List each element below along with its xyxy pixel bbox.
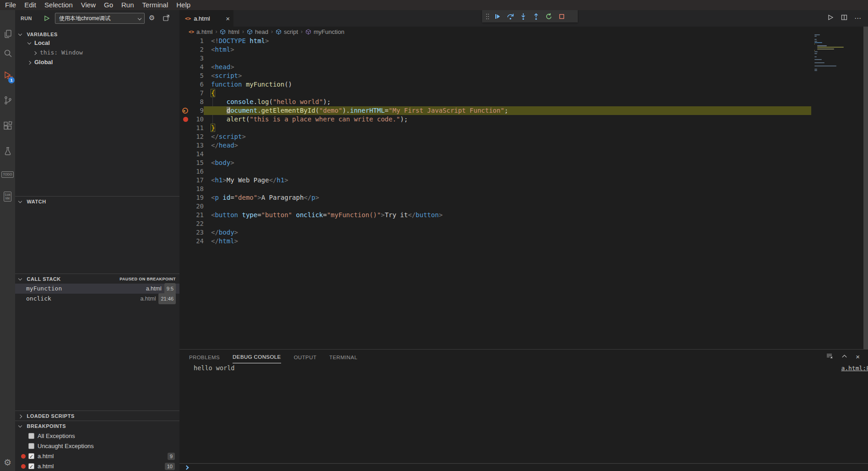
code-line-18[interactable]: 18 <box>179 185 868 193</box>
breadcrumb-item-a-html[interactable]: <>a.html <box>189 28 212 35</box>
line-number[interactable]: 16 <box>179 167 204 176</box>
line-number[interactable]: 14 <box>179 150 204 159</box>
breadcrumb-item-html[interactable]: html <box>220 28 239 35</box>
line-number[interactable]: 22 <box>179 219 204 228</box>
line-number[interactable]: 3 <box>179 54 204 63</box>
variable-scope-global[interactable]: Global <box>15 57 179 67</box>
minimap[interactable] <box>814 34 863 85</box>
code-line-7[interactable]: 7{ <box>179 89 868 98</box>
run-file-icon[interactable] <box>827 14 834 23</box>
code-line-21[interactable]: 21<button type="button" onclick="myFunct… <box>179 211 868 219</box>
line-number[interactable]: 6 <box>179 80 204 89</box>
line-number[interactable]: 7 <box>179 89 204 98</box>
line-number[interactable]: 2 <box>179 45 204 54</box>
lua-ide-extension-icon[interactable]: Lua Ide <box>0 189 15 204</box>
menu-item-go[interactable]: Go <box>100 0 117 10</box>
testing-icon[interactable] <box>0 144 15 158</box>
code-line-9[interactable]: 9 document.getElementById("demo").innerH… <box>179 106 868 115</box>
code-line-15[interactable]: 15<body> <box>179 159 868 167</box>
more-actions-icon[interactable]: ⋯ <box>854 14 862 22</box>
clear-console-icon[interactable] <box>826 352 833 361</box>
console-input[interactable] <box>179 463 868 471</box>
menu-item-terminal[interactable]: Terminal <box>138 0 173 10</box>
code-line-6[interactable]: 6function myFunction() <box>179 80 868 89</box>
restart-button[interactable] <box>542 10 555 22</box>
menu-item-file[interactable]: File <box>1 0 20 10</box>
code-line-13[interactable]: 13</head> <box>179 141 868 150</box>
breakpoint-checkbox[interactable] <box>28 443 34 449</box>
breakpoint-item-a-html[interactable]: ✓a.html10 <box>15 461 179 471</box>
line-number[interactable]: 1 <box>179 37 204 45</box>
source-control-icon[interactable] <box>0 93 15 107</box>
variable-scope-this-window[interactable]: this: Window <box>15 47 179 57</box>
call-stack-frame-onclick[interactable]: onclicka.html21:46 <box>15 294 179 304</box>
code-line-5[interactable]: 5<script> <box>179 71 868 80</box>
call-stack-frame-myFunction[interactable]: myFunctiona.html9:5 <box>15 284 179 294</box>
start-debug-icon[interactable] <box>43 15 50 23</box>
menu-item-view[interactable]: View <box>77 0 100 10</box>
breadcrumb-item-head[interactable]: head <box>247 28 268 35</box>
call-stack-section-header[interactable]: CALL STACK PAUSED ON BREAKPOINT <box>15 274 179 284</box>
code-line-24[interactable]: 24</html> <box>179 237 868 246</box>
breakpoint-item-all-exceptions[interactable]: All Exceptions <box>15 431 179 441</box>
continue-button[interactable] <box>491 10 504 22</box>
code-line-19[interactable]: 19<p id="demo">A Paragraph</p> <box>179 193 868 202</box>
breakpoint-item-uncaught-exceptions[interactable]: Uncaught Exceptions <box>15 441 179 451</box>
open-debug-console-icon[interactable] <box>163 14 170 23</box>
code-line-23[interactable]: 23</body> <box>179 228 868 237</box>
code-line-12[interactable]: 12</script> <box>179 132 868 141</box>
line-number[interactable]: 24 <box>179 237 204 246</box>
close-panel-icon[interactable]: × <box>856 353 860 361</box>
line-number[interactable]: 18 <box>179 185 204 193</box>
current-breakpoint-icon[interactable] <box>182 108 188 114</box>
line-number[interactable]: 11 <box>179 124 204 132</box>
panel-tab-debug-console[interactable]: DEBUG CONSOLE <box>233 354 281 363</box>
settings-gear-icon[interactable]: ⚙ <box>0 455 15 469</box>
line-number[interactable]: 13 <box>179 141 204 150</box>
step-over-button[interactable] <box>504 10 517 22</box>
close-tab-icon[interactable]: × <box>226 15 230 22</box>
step-into-button[interactable] <box>517 10 530 22</box>
breakpoint-icon[interactable] <box>183 117 188 122</box>
breakpoint-checkbox[interactable]: ✓ <box>28 463 34 469</box>
line-number[interactable]: 5 <box>179 71 204 80</box>
code-line-3[interactable]: 3 <box>179 54 868 63</box>
panel-tab-terminal[interactable]: TERMINAL <box>329 355 357 363</box>
code-editor[interactable]: 1<!DOCTYPE html>2<html>34<head>5<script>… <box>179 37 868 248</box>
search-icon[interactable] <box>0 47 15 60</box>
maximize-panel-icon[interactable] <box>841 353 848 361</box>
breadcrumb-item-script[interactable]: script <box>276 28 298 35</box>
breadcrumb-item-myfunction[interactable]: myFunction <box>305 28 344 35</box>
line-number[interactable]: 17 <box>179 176 204 185</box>
breakpoint-item-a-html[interactable]: ✓a.html9 <box>15 451 179 461</box>
extensions-icon[interactable] <box>0 119 15 133</box>
panel-tab-output[interactable]: OUTPUT <box>294 355 317 363</box>
toolbar-drag-grip[interactable] <box>484 10 491 22</box>
code-line-17[interactable]: 17<h1>My Web Page</h1> <box>179 176 868 185</box>
line-number[interactable]: 21 <box>179 211 204 219</box>
breakpoints-section-header[interactable]: BREAKPOINTS <box>15 421 179 431</box>
line-number[interactable]: 4 <box>179 63 204 71</box>
loaded-scripts-section-header[interactable]: LOADED SCRIPTS <box>15 411 179 421</box>
watch-section-header[interactable]: WATCH <box>15 196 179 206</box>
line-number[interactable]: 8 <box>179 98 204 106</box>
code-line-11[interactable]: 11} <box>179 124 868 132</box>
breakpoint-checkbox[interactable]: ✓ <box>28 453 34 459</box>
configure-gear-icon[interactable]: ⚙ <box>149 14 155 22</box>
line-number[interactable]: 12 <box>179 132 204 141</box>
code-line-1[interactable]: 1<!DOCTYPE html> <box>179 37 868 45</box>
code-line-2[interactable]: 2<html> <box>179 45 868 54</box>
editor-scrollbar[interactable] <box>863 27 868 349</box>
line-number[interactable]: 20 <box>179 202 204 211</box>
breakpoint-checkbox[interactable] <box>28 433 34 439</box>
code-line-10[interactable]: 10 alert("this is a place where can writ… <box>179 115 868 124</box>
run-and-debug-icon[interactable]: 1 <box>0 69 15 82</box>
code-line-20[interactable]: 20 <box>179 202 868 211</box>
stop-button[interactable] <box>555 10 568 22</box>
code-line-22[interactable]: 22 <box>179 219 868 228</box>
todo-extension-icon[interactable]: TODO <box>0 168 15 181</box>
tab-a-html[interactable]: <> a.html × <box>179 10 233 27</box>
variable-scope-local[interactable]: Local <box>15 38 179 48</box>
code-line-8[interactable]: 8 console.log("hello world"); <box>179 98 868 106</box>
step-out-button[interactable] <box>530 10 542 22</box>
